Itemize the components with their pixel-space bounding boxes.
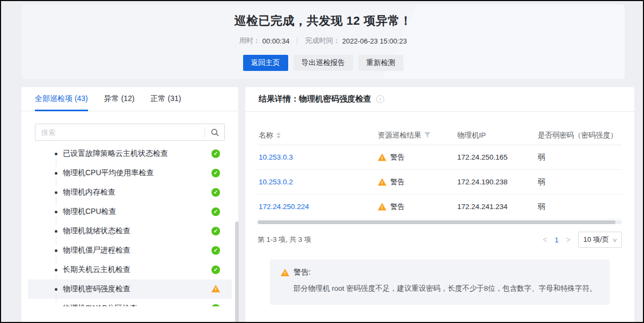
horizontal-scroll-thumb[interactable] bbox=[258, 220, 616, 224]
check-glyph: ✓ bbox=[214, 151, 218, 156]
item-label: 物理机CPU检查 bbox=[63, 207, 116, 217]
exclamation-glyph: ! bbox=[382, 205, 383, 210]
status-ok-icon: ✓ bbox=[211, 265, 220, 274]
page-size-select[interactable]: 10 项/页 ∨ bbox=[578, 232, 622, 248]
check-glyph: ✓ bbox=[214, 209, 218, 214]
list-item[interactable]: 物理机SWAP分区检查 ✓ bbox=[28, 299, 232, 306]
exclamation-glyph: ! bbox=[382, 181, 383, 185]
list-item[interactable]: 物理机僵尸进程检查 ✓ bbox=[28, 241, 232, 260]
back-home-button[interactable]: 返回主页 bbox=[243, 55, 288, 71]
inspection-list-panel: 全部巡检项 (43) 异常 (12) 正常 (31) 已设置故障策略云主机状态检… bbox=[21, 87, 238, 323]
status-ok-icon: ✓ bbox=[211, 188, 220, 197]
list-item[interactable]: 物理机内存检查 ✓ bbox=[28, 183, 232, 202]
check-glyph: ✓ bbox=[214, 248, 218, 253]
check-glyph: ✓ bbox=[214, 306, 218, 306]
warning-triangle-icon: ! bbox=[378, 178, 386, 186]
bullet-icon bbox=[55, 230, 57, 233]
ip-cell: 172.24.241.234 bbox=[457, 203, 538, 211]
status-ok-icon: ✓ bbox=[211, 246, 220, 255]
bullet-icon bbox=[55, 211, 57, 213]
check-glyph: ✓ bbox=[214, 190, 218, 195]
result-text: 警告 bbox=[390, 202, 405, 212]
filter-icon[interactable] bbox=[425, 132, 430, 138]
horizontal-scrollbar bbox=[258, 220, 622, 224]
column-ip-label: 物理机IP bbox=[457, 131, 486, 140]
export-report-button[interactable]: 导出巡检报告 bbox=[294, 55, 353, 71]
host-name-link[interactable]: 172.24.250.224 bbox=[259, 203, 309, 211]
exclamation-glyph: ! bbox=[284, 271, 286, 276]
weak-password-cell: 弱 bbox=[538, 177, 621, 187]
bullet-icon bbox=[55, 172, 57, 175]
column-name-label: 名称 bbox=[259, 131, 273, 140]
exclamation-glyph: ! bbox=[382, 156, 383, 161]
meta-divider bbox=[297, 37, 297, 45]
tab-abnormal[interactable]: 异常 (12) bbox=[104, 87, 135, 111]
list-item[interactable]: 物理机CPU平均使用率检查 ✓ bbox=[28, 163, 232, 183]
status-ok-icon: ✓ bbox=[211, 207, 220, 216]
list-item[interactable]: 已设置故障策略云主机状态检查 ✓ bbox=[28, 144, 232, 163]
title-suffix: 项异常！ bbox=[360, 14, 412, 27]
status-ok-icon: ✓ bbox=[211, 149, 220, 158]
chevron-down-icon: ∨ bbox=[612, 237, 617, 243]
host-name-link[interactable]: 10.253.0.3 bbox=[259, 153, 293, 161]
title-prefix: 巡检已完成，共发现 bbox=[234, 14, 346, 27]
tab-normal[interactable]: 正常 (31) bbox=[151, 87, 181, 111]
weak-password-cell: 弱 bbox=[538, 153, 621, 162]
pagination-controls: < 1 > 10 项/页 ∨ bbox=[543, 232, 622, 248]
recheck-button[interactable]: 重新检测 bbox=[358, 55, 404, 71]
list-item[interactable]: 长期关机云主机检查 ✓ bbox=[28, 260, 232, 279]
check-glyph: ✓ bbox=[214, 228, 218, 234]
action-buttons: 返回主页 导出巡检报告 重新检测 bbox=[21, 55, 625, 71]
info-icon[interactable]: i bbox=[376, 95, 384, 103]
column-weak-password-label: 是否弱密码（密码强度） bbox=[538, 131, 618, 140]
next-page-icon[interactable]: > bbox=[566, 236, 570, 243]
list-item[interactable]: 物理机就绪状态检查 ✓ bbox=[28, 221, 232, 241]
check-glyph: ✓ bbox=[214, 170, 218, 176]
duration-label: 用时： bbox=[239, 36, 260, 46]
inspection-items-list: 已设置故障策略云主机状态检查 ✓ 物理机CPU平均使用率检查 ✓ 物理机内存检查… bbox=[21, 144, 238, 306]
status-ok-icon: ✓ bbox=[211, 304, 220, 306]
column-name: 名称 bbox=[259, 131, 378, 140]
check-glyph: ✓ bbox=[214, 267, 218, 272]
tab-all-items[interactable]: 全部巡检项 (43) bbox=[35, 87, 88, 111]
column-ip: 物理机IP bbox=[457, 131, 538, 140]
warning-title: 警告: bbox=[294, 268, 311, 277]
pagination-summary: 第 1-3 项, 共 3 项 bbox=[258, 235, 311, 245]
host-name-link[interactable]: 10.253.0.2 bbox=[259, 178, 293, 186]
duration-value: 00:00:34 bbox=[262, 37, 290, 45]
sort-icon[interactable] bbox=[276, 132, 281, 139]
result-detail-panel: 结果详情： 物理机密码强度检查 i 名称 资源巡检结果 物理机IP bbox=[245, 87, 634, 323]
summary-card: 巡检已完成，共发现 12 项异常！ 用时： 00:00:34 完成时间： 202… bbox=[21, 4, 625, 79]
ip-cell: 172.24.190.238 bbox=[457, 178, 538, 186]
detail-header: 结果详情： 物理机密码强度检查 i bbox=[245, 87, 634, 112]
list-item[interactable]: 物理机CPU检查 ✓ bbox=[28, 202, 232, 221]
page-number[interactable]: 1 bbox=[555, 236, 559, 244]
result-cell: ! 警告 bbox=[378, 177, 457, 187]
tab-bar: 全部巡检项 (43) 异常 (12) 正常 (31) bbox=[21, 87, 238, 111]
table-row: 10.253.0.2 ! 警告 172.24.190.238 弱 bbox=[258, 170, 622, 195]
finish-time-value: 2022-06-23 15:00:23 bbox=[342, 37, 407, 45]
summary-meta: 用时： 00:00:34 完成时间： 2022-06-23 15:00:23 bbox=[21, 36, 625, 46]
ip-cell: 172.24.250.165 bbox=[457, 153, 538, 161]
item-label: 物理机就绪状态检查 bbox=[63, 226, 130, 236]
search-box bbox=[35, 124, 225, 141]
page: 巡检已完成，共发现 12 项异常！ 用时： 00:00:34 完成时间： 202… bbox=[0, 0, 644, 323]
item-label: 物理机CPU平均使用率检查 bbox=[63, 168, 154, 178]
search-input[interactable] bbox=[35, 128, 204, 137]
status-ok-icon: ✓ bbox=[211, 169, 220, 177]
vertical-scrollbar[interactable] bbox=[235, 221, 239, 323]
list-item-selected[interactable]: 物理机密码强度检查 ! bbox=[28, 279, 232, 299]
bullet-icon bbox=[55, 191, 57, 194]
weak-password-cell: 弱 bbox=[538, 202, 621, 212]
bullet-icon bbox=[55, 249, 57, 252]
info-glyph: i bbox=[379, 96, 380, 102]
result-cell: ! 警告 bbox=[378, 202, 457, 212]
item-label: 物理机密码强度检查 bbox=[63, 284, 130, 294]
item-label: 长期关机云主机检查 bbox=[63, 265, 130, 275]
item-label: 物理机僵尸进程检查 bbox=[63, 246, 130, 255]
prev-page-icon[interactable]: < bbox=[543, 236, 547, 243]
search-button[interactable] bbox=[205, 124, 224, 140]
result-text: 警告 bbox=[390, 153, 405, 162]
warning-message: 部分物理机 root 密码强度不足，建议重设密码，长度不少于8位，包含数字、字母… bbox=[294, 283, 599, 294]
bullet-icon bbox=[55, 153, 57, 155]
